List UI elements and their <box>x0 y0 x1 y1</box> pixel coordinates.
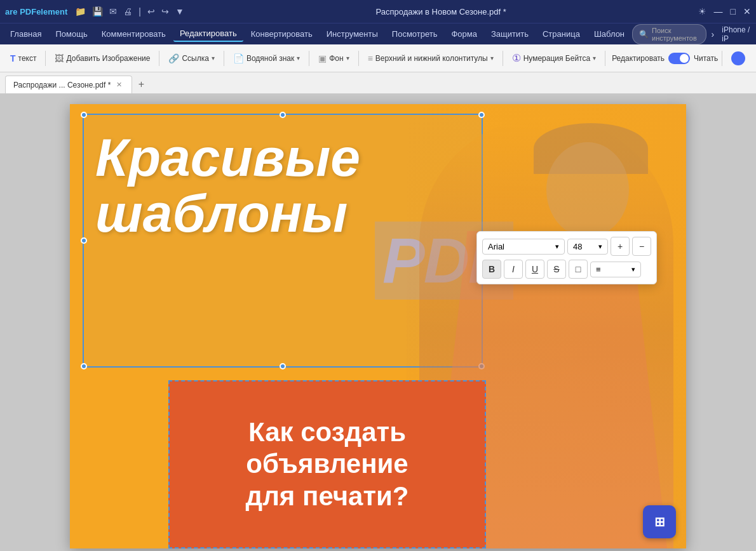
divider-7 <box>605 51 605 66</box>
menu-item-protect[interactable]: Защитить <box>485 27 535 41</box>
sun-icon: ☀ <box>698 6 706 17</box>
bates-label: Нумерация Бейтса <box>523 54 591 63</box>
add-text-label: текст <box>18 54 37 63</box>
more-icon[interactable]: ▼ <box>175 6 184 17</box>
format-row: B I U S □ ≡ ▾ <box>482 260 651 279</box>
underline-button[interactable]: U <box>525 260 544 279</box>
close-button[interactable]: ✕ <box>743 6 751 17</box>
maximize-button[interactable]: □ <box>731 6 736 17</box>
handle-top-center[interactable] <box>280 112 286 118</box>
divider-2 <box>159 51 159 66</box>
folder-icon[interactable]: 📁 <box>75 6 86 17</box>
menu-item-page[interactable]: Страница <box>536 27 586 41</box>
read-label: Читать <box>694 54 718 63</box>
divider-icon: | <box>138 6 141 17</box>
redo-icon[interactable]: ↪ <box>161 6 169 17</box>
expand-icon[interactable]: › <box>712 29 715 39</box>
iphone-breadcrumb: iPhone / iP <box>722 25 754 43</box>
bg-dropdown-icon: ▾ <box>346 55 349 62</box>
menu-item-tools[interactable]: Инструменты <box>320 27 384 41</box>
menu-item-comment[interactable]: Комментировать <box>95 27 172 41</box>
minimize-button[interactable]: — <box>714 6 723 17</box>
toggle-switch[interactable] <box>668 53 690 64</box>
font-size-selector[interactable]: 48 ▾ <box>567 239 608 255</box>
bold-button[interactable]: B <box>482 260 501 279</box>
add-tab-button[interactable]: + <box>132 76 150 93</box>
menu-item-home[interactable]: Главная <box>4 27 48 41</box>
handle-top-left[interactable] <box>81 112 87 118</box>
link-icon: 🔗 <box>168 53 179 63</box>
red-box-text: Как создать объявление для печати? <box>246 416 409 512</box>
menu-item-form[interactable]: Форма <box>445 27 483 41</box>
strikethrough-button[interactable]: S <box>547 260 566 279</box>
divider-3 <box>224 51 224 66</box>
divider-6 <box>503 51 503 66</box>
toolbar: T текст 🖼 Добавить Изображение 🔗 Ссылка … <box>0 44 756 72</box>
bates-button[interactable]: ① Нумерация Бейтса ▾ <box>507 50 602 67</box>
tab-active[interactable]: Распродажи ... Сезоне.pdf * ✕ <box>5 76 132 93</box>
menu-item-help[interactable]: Помощь <box>49 27 93 41</box>
font-size-decrease-button[interactable]: − <box>632 237 651 256</box>
red-box-line1: Как создать <box>246 416 409 448</box>
menu-item-edit[interactable]: Редактировать <box>173 26 243 42</box>
add-text-button[interactable]: T текст <box>5 51 41 66</box>
font-selector[interactable]: Arial ▾ <box>482 239 565 255</box>
heading-line2: шаблоны <box>95 185 360 241</box>
handle-middle-left[interactable] <box>81 237 87 244</box>
circle-icon <box>731 51 745 65</box>
header-footer-button[interactable]: ≡ Верхний и нижний колонтитулы ▾ <box>363 51 499 66</box>
header-footer-icon: ≡ <box>368 53 373 63</box>
background-button[interactable]: ▣ Фон ▾ <box>313 51 354 66</box>
red-box-line3: для печати? <box>246 481 409 512</box>
search-box[interactable]: 🔍 Поиск инструментов <box>632 24 706 44</box>
hf-dropdown-icon: ▾ <box>490 55 494 62</box>
align-value: ≡ <box>596 265 601 274</box>
floating-toolbar: Arial ▾ 48 ▾ + − B I U S □ ≡ ▾ <box>476 231 657 284</box>
edit-read-toggle: Редактировать Читать <box>612 53 718 64</box>
text-align-selector[interactable]: ≡ ▾ <box>590 262 641 277</box>
divider-1 <box>45 51 46 66</box>
logo-symbol: ⊞ <box>654 514 665 529</box>
header-footer-label: Верхний и нижний колонтитулы <box>375 54 488 63</box>
menu-item-convert[interactable]: Конвертировать <box>245 27 319 41</box>
email-icon[interactable]: ✉ <box>109 6 117 17</box>
red-box[interactable]: Как создать объявление для печати? <box>168 380 486 548</box>
handle-bottom-left[interactable] <box>81 363 87 369</box>
main-heading[interactable]: Красивые шаблоны <box>95 129 360 241</box>
text-icon: T <box>10 53 16 63</box>
italic-button[interactable]: I <box>504 260 523 279</box>
title-bar-controls: ☀ — □ ✕ <box>698 6 751 17</box>
watermark-dropdown-icon: ▾ <box>297 55 300 62</box>
watermark-icon: 📄 <box>233 53 244 63</box>
save-icon[interactable]: 💾 <box>92 6 103 17</box>
font-row: Arial ▾ 48 ▾ + − <box>482 237 651 256</box>
handle-bottom-center[interactable] <box>280 363 286 369</box>
bates-icon: ① <box>512 52 521 64</box>
text-color-button[interactable]: □ <box>569 260 588 279</box>
menu-item-template[interactable]: Шаблон <box>588 27 631 41</box>
font-size-increase-button[interactable]: + <box>611 237 630 256</box>
link-label: Ссылка <box>182 54 208 63</box>
undo-icon[interactable]: ↩ <box>147 6 155 17</box>
title-bar: are PDFelement 📁 💾 ✉ 🖨 | ↩ ↪ ▼ Распродаж… <box>0 0 756 23</box>
content-area: Красивые шаблоны PDF Как создать объявле… <box>0 94 756 551</box>
edit-label: Редактировать <box>612 54 665 63</box>
print-icon[interactable]: 🖨 <box>123 6 132 17</box>
heading-line1: Красивые <box>95 129 360 185</box>
menu-bar-right: 🔍 Поиск инструментов › iPhone / iP <box>632 24 754 44</box>
title-bar-title: Распродажи в Новом Сезоне.pdf * <box>189 7 693 17</box>
add-image-label: Добавить Изображение <box>66 54 150 63</box>
size-dropdown-icon: ▾ <box>598 242 602 251</box>
align-dropdown-icon: ▾ <box>631 265 635 274</box>
link-button[interactable]: 🔗 Ссылка ▾ <box>163 51 219 66</box>
bates-dropdown-icon: ▾ <box>593 55 596 62</box>
tab-close-button[interactable]: ✕ <box>114 80 124 90</box>
menu-item-view[interactable]: Посмотреть <box>386 27 444 41</box>
add-image-button[interactable]: 🖼 Добавить Изображение <box>50 51 155 66</box>
image-icon: 🖼 <box>55 53 64 63</box>
menu-bar: Главная Помощь Комментировать Редактиров… <box>0 23 756 44</box>
watermark-button[interactable]: 📄 Водяной знак ▾ <box>228 51 305 66</box>
link-dropdown-icon: ▾ <box>212 55 215 62</box>
tab-label: Распродажи ... Сезоне.pdf * <box>13 81 111 90</box>
circle-button[interactable] <box>726 49 750 68</box>
